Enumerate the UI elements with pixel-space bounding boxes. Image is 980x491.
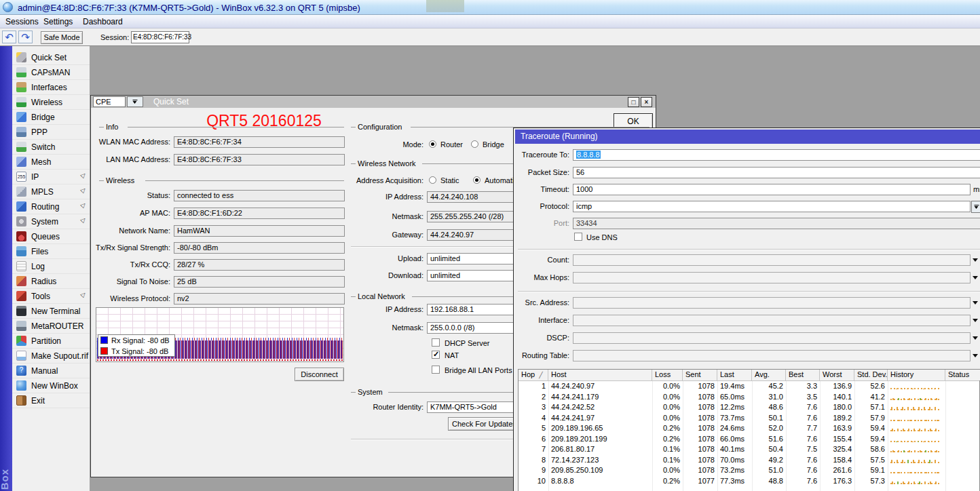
traceroute-row-3[interactable]: 344.24.242.520.0%107812.2ms48.67.6180.05… bbox=[519, 402, 979, 413]
redo-button[interactable]: ↷ bbox=[18, 31, 33, 43]
column-header-sent[interactable]: Sent bbox=[683, 370, 717, 380]
cell: 325.4 bbox=[820, 444, 854, 454]
combo-field[interactable] bbox=[573, 297, 970, 309]
column-header-status[interactable]: Status bbox=[945, 370, 980, 380]
switch-icon bbox=[16, 142, 26, 152]
acquisition-automatic-radio[interactable] bbox=[473, 176, 480, 184]
cell: 50.4 bbox=[752, 444, 786, 454]
traceroute-row-10[interactable]: 108.8.8.80.2%107777.3ms48.87.6176.357.3 bbox=[519, 476, 979, 487]
timeout-unit: ms bbox=[973, 185, 980, 193]
sidebar-item-routing[interactable]: Routing▷ bbox=[12, 199, 90, 214]
protocol-dropdown-button[interactable] bbox=[971, 201, 980, 213]
sidebar-item-bridge[interactable]: Bridge bbox=[12, 110, 90, 125]
sidebar-item-exit[interactable]: Exit bbox=[12, 393, 90, 408]
traceroute-to-input[interactable]: 8.8.8.8 bbox=[573, 149, 980, 161]
sidebar-item-capsman[interactable]: CAPsMAN bbox=[12, 65, 90, 80]
acquisition-static-radio[interactable] bbox=[429, 176, 436, 184]
sidebar-item-interfaces[interactable]: Interfaces bbox=[12, 80, 90, 95]
column-header-loss[interactable]: Loss bbox=[652, 370, 683, 380]
sidebar-item-ip[interactable]: 255IP▷ bbox=[12, 170, 90, 184]
sidebar-item-label: Partition bbox=[31, 336, 61, 346]
menu-settings[interactable]: Settings bbox=[43, 17, 73, 26]
sidebar-item-system[interactable]: System▷ bbox=[12, 214, 90, 229]
cell: 9 bbox=[519, 465, 548, 475]
sidebar-item-label: Wireless bbox=[31, 98, 62, 107]
column-header-history[interactable]: History bbox=[888, 370, 945, 380]
traceroute-row-9[interactable]: 9209.85.250.1090.0%107873.2ms51.07.6261.… bbox=[519, 465, 979, 476]
sidebar-item-metarouter[interactable]: MetaROUTER bbox=[12, 319, 90, 334]
column-header-hop[interactable]: Hop╱ bbox=[519, 370, 548, 380]
traceroute-titlebar[interactable]: Traceroute (Running) bbox=[515, 130, 980, 144]
sidebar-item-label: IP bbox=[31, 172, 39, 182]
traceroute-row-4[interactable]: 444.24.241.970.0%107873.7ms50.17.6189.25… bbox=[519, 413, 979, 424]
checkbox-bridge-all-lan-ports[interactable] bbox=[432, 366, 440, 374]
sidebar-item-files[interactable]: Files bbox=[12, 244, 90, 259]
column-header-host[interactable]: Host bbox=[548, 370, 652, 380]
sidebar-item-make-supout[interactable]: Make Supout.rif bbox=[12, 349, 90, 364]
sidebar-item-switch[interactable]: Switch bbox=[12, 140, 90, 155]
cell: 77.3ms bbox=[717, 476, 752, 486]
mode-bridge-radio[interactable] bbox=[471, 140, 478, 148]
sidebar-item-manual[interactable]: ?Manual bbox=[12, 364, 90, 378]
cell: 7.6 bbox=[786, 434, 820, 444]
safe-mode-button[interactable]: Safe Mode bbox=[41, 31, 83, 44]
menu-sessions[interactable]: Sessions bbox=[5, 17, 39, 26]
timeout-input[interactable]: 1000 bbox=[573, 184, 970, 195]
sidebar-item-new-winbox[interactable]: New WinBox bbox=[12, 378, 90, 393]
protocol-select[interactable]: icmp bbox=[573, 201, 970, 212]
combo-field[interactable] bbox=[573, 254, 970, 266]
sidebar-item-new-terminal[interactable]: New Terminal bbox=[12, 304, 90, 319]
close-button[interactable]: × bbox=[641, 97, 652, 107]
submenu-arrow-icon: ▷ bbox=[79, 201, 88, 209]
sidebar-item-partition[interactable]: Partition bbox=[12, 334, 90, 349]
maximize-button[interactable]: □ bbox=[628, 97, 639, 107]
sidebar-item-quick-set[interactable]: Quick Set bbox=[12, 50, 90, 65]
combo-field[interactable] bbox=[573, 315, 970, 326]
sidebar-item-mesh[interactable]: Mesh bbox=[12, 155, 90, 170]
cell: 1078 bbox=[683, 434, 717, 444]
combo-field[interactable] bbox=[573, 350, 970, 361]
disconnect-button[interactable]: Disconnect bbox=[295, 368, 344, 381]
combo-field[interactable] bbox=[573, 332, 970, 344]
column-header-best[interactable]: Best bbox=[786, 370, 820, 380]
undo-button[interactable]: ↶ bbox=[2, 31, 16, 43]
packet-size-input[interactable]: 56 bbox=[573, 167, 980, 178]
traceroute-row-6[interactable]: 6209.189.201.1990.2%107866.0ms51.67.6155… bbox=[519, 434, 979, 445]
tx-swatch bbox=[100, 347, 108, 355]
traceroute-row-1[interactable]: 144.24.240.970.0%107819.4ms45.23.3136.95… bbox=[519, 381, 979, 392]
sidebar-item-wireless[interactable]: Wireless bbox=[12, 95, 90, 110]
column-header-last[interactable]: Last bbox=[717, 370, 752, 380]
dropdown-arrow-icon bbox=[973, 258, 978, 262]
sidebar-item-mpls[interactable]: MPLS▷ bbox=[12, 184, 90, 199]
sidebar-item-label: Quick Set bbox=[31, 53, 67, 62]
sidebar-item-log[interactable]: Log bbox=[12, 259, 90, 274]
sidebar-item-queues[interactable]: Queues bbox=[12, 229, 90, 244]
session-input[interactable]: E4:8D:8C:F6:7F:33 bbox=[131, 31, 189, 43]
column-header-avg[interactable]: Avg. bbox=[752, 370, 786, 380]
checkbox-dhcp-server[interactable] bbox=[432, 338, 440, 347]
traceroute-row-5[interactable]: 5209.189.196.650.2%107824.6ms52.07.7163.… bbox=[519, 423, 979, 434]
cell: 66.0ms bbox=[717, 434, 752, 444]
combo-field[interactable] bbox=[573, 272, 970, 283]
dropdown-arrow-icon bbox=[973, 276, 978, 279]
cell: 24.6ms bbox=[717, 423, 752, 433]
sidebar-item-radius[interactable]: Radius bbox=[12, 274, 90, 289]
chart-baseline-dots bbox=[97, 359, 343, 361]
use-dns-checkbox[interactable] bbox=[574, 233, 582, 241]
cell: 155.4 bbox=[820, 434, 854, 444]
checkbox-nat[interactable] bbox=[432, 351, 440, 359]
sidebar-item-tools[interactable]: Tools▷ bbox=[12, 289, 90, 304]
menu-dashboard[interactable]: Dashboard bbox=[83, 17, 123, 26]
mode-router-radio[interactable] bbox=[429, 140, 436, 148]
mode-label: Mode: bbox=[342, 140, 423, 149]
quickset-mode-dropdown-button[interactable] bbox=[127, 96, 143, 107]
traceroute-row-8[interactable]: 872.14.237.1230.1%107870.0ms49.27.6158.4… bbox=[519, 455, 979, 466]
cell: 57.9 bbox=[854, 413, 888, 423]
quickset-mode-select[interactable]: CPE bbox=[93, 96, 126, 107]
traceroute-row-7[interactable]: 7206.81.80.170.1%107840.1ms50.47.5325.45… bbox=[519, 444, 979, 455]
quickset-titlebar[interactable]: CPE Quick Set □ × bbox=[91, 96, 656, 108]
sidebar-item-ppp[interactable]: PPP bbox=[12, 125, 90, 140]
traceroute-row-2[interactable]: 244.24.241.1790.0%107865.0ms31.03.5140.1… bbox=[519, 392, 979, 403]
column-header-worst[interactable]: Worst bbox=[820, 370, 854, 380]
column-header-stddev[interactable]: Std. Dev. bbox=[854, 370, 888, 380]
